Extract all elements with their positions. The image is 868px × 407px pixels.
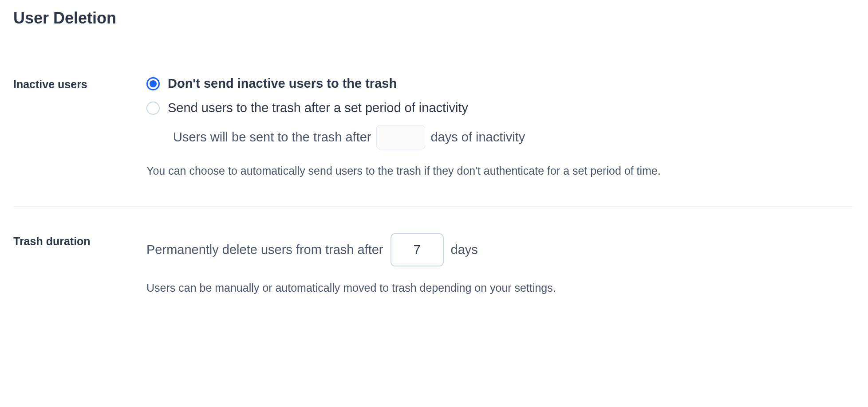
- radio-option-dont-send: Don't send inactive users to the trash: [146, 76, 855, 91]
- inactive-users-help-text: You can choose to automatically send use…: [146, 163, 855, 180]
- radio-dont-send-label: Don't send inactive users to the trash: [168, 76, 397, 91]
- trash-duration-content: Permanently delete users from trash afte…: [146, 233, 855, 297]
- radio-option-send: Send users to the trash after a set peri…: [146, 101, 855, 115]
- radio-checked-icon: [146, 77, 160, 90]
- radio-send-label: Send users to the trash after a set peri…: [168, 101, 468, 115]
- inactive-users-label: Inactive users: [13, 76, 129, 91]
- inactivity-suffix-text: days of inactivity: [430, 130, 525, 145]
- inactive-users-section: Inactive users Don't send inactive users…: [13, 76, 855, 180]
- page-title: User Deletion: [13, 9, 855, 27]
- radio-dont-send[interactable]: [146, 77, 160, 90]
- inactive-users-content: Don't send inactive users to the trash S…: [146, 76, 855, 180]
- inactivity-prefix-text: Users will be sent to the trash after: [173, 130, 371, 145]
- trash-duration-help-text: Users can be manually or automatically m…: [146, 280, 855, 297]
- trash-duration-row: Permanently delete users from trash afte…: [146, 233, 855, 266]
- inactivity-days-row: Users will be sent to the trash after da…: [173, 125, 855, 149]
- trash-prefix-text: Permanently delete users from trash afte…: [146, 243, 383, 257]
- trash-duration-label: Trash duration: [13, 233, 129, 248]
- trash-days-input[interactable]: [391, 233, 444, 266]
- radio-send[interactable]: [146, 102, 160, 115]
- inactivity-days-input[interactable]: [376, 125, 425, 149]
- trash-duration-section: Trash duration Permanently delete users …: [13, 233, 855, 297]
- trash-suffix-text: days: [451, 243, 478, 257]
- section-divider: [13, 206, 855, 207]
- radio-unchecked-icon: [146, 102, 160, 115]
